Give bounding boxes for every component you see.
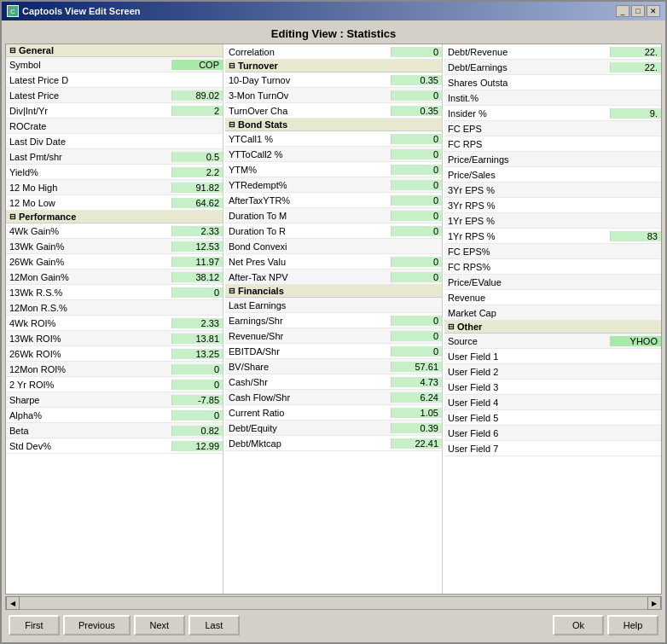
row-price-sales: Price/Sales xyxy=(444,167,661,183)
value-beta: 0.82 xyxy=(171,426,223,436)
scroll-track[interactable] xyxy=(20,597,647,609)
toggle-turnover[interactable]: ⊟ xyxy=(229,61,235,70)
label-3yr-rps: 3Yr RPS % xyxy=(444,200,610,211)
label-12mon-rs: 12Mon R.S.% xyxy=(6,303,171,313)
row-ytcall1: YTCall1 % 0 xyxy=(225,131,442,147)
label-26wk-gain: 26Wk Gain% xyxy=(6,257,171,267)
section-label-general: General xyxy=(19,45,54,55)
row-std-dev: Std Dev% 12.99 xyxy=(6,438,223,454)
toggle-general[interactable]: ⊟ xyxy=(9,46,16,55)
row-beta: Beta 0.82 xyxy=(6,423,223,438)
nav-buttons: First Previous Next Last xyxy=(9,615,240,635)
row-fc-eps-pct: FC EPS% xyxy=(444,244,661,259)
main-window: C Captools View Edit Screen _ □ ✕ Editin… xyxy=(0,0,667,644)
help-button[interactable]: Help xyxy=(607,615,658,635)
row-yield: Yield% 2.2 xyxy=(6,165,223,180)
row-divint-yr: Div|Int/Yr 2 xyxy=(6,103,223,119)
row-cashflow-shr: Cash Flow/Shr 6.24 xyxy=(225,390,442,405)
label-user-field-3: User Field 3 xyxy=(444,382,610,392)
close-button[interactable]: ✕ xyxy=(647,5,660,17)
row-4wk-roi: 4Wk ROI% 2.33 xyxy=(6,316,223,331)
row-after-tax-npv: After-Tax NPV 0 xyxy=(225,270,442,285)
row-4wk-gain: 4Wk Gain% 2.33 xyxy=(6,223,223,239)
value-alpha: 0 xyxy=(171,410,223,421)
value-debt-equity: 0.39 xyxy=(391,423,442,433)
row-aftertaxytr: AfterTaxYTR% 0 xyxy=(225,193,442,208)
scroll-right-button[interactable]: ▶ xyxy=(647,596,661,610)
column-1: ⊟ General Symbol COP Latest Price D Late… xyxy=(6,44,223,594)
row-12mo-low: 12 Mo Low 64.62 xyxy=(6,195,223,211)
label-3mon-turnov: 3-Mon TurnOv xyxy=(225,90,391,101)
label-13wk-gain: 13Wk Gain% xyxy=(6,241,171,252)
toggle-financials[interactable]: ⊟ xyxy=(229,287,235,295)
label-cash-shr: Cash/Shr xyxy=(225,377,391,387)
label-1yr-rps: 1Yr RPS % xyxy=(444,231,610,241)
label-debt-earnings: Debt/Earnings xyxy=(444,62,610,73)
row-user-field-1: User Field 1 xyxy=(444,349,661,364)
row-shares-outsta: Shares Outsta xyxy=(444,75,661,90)
previous-button[interactable]: Previous xyxy=(63,615,130,635)
row-revenue-shr: Revenue/Shr 0 xyxy=(225,328,442,344)
row-1yr-eps: 1Yr EPS % xyxy=(444,213,661,229)
row-ytm: YTM% 0 xyxy=(225,162,442,177)
row-3yr-eps: 3Yr EPS % xyxy=(444,183,661,198)
section-header-other: ⊟ Other xyxy=(444,321,661,334)
label-after-tax-npv: After-Tax NPV xyxy=(225,272,391,282)
label-turnover-cha: TurnOver Cha xyxy=(225,106,391,116)
row-current-ratio: Current Ratio 1.05 xyxy=(225,405,442,421)
label-debt-equity: Debt/Equity xyxy=(225,423,391,433)
value-12mo-low: 64.62 xyxy=(171,198,223,208)
row-duration-to-r: Duration To R 0 xyxy=(225,223,442,239)
row-cash-shr: Cash/Shr 4.73 xyxy=(225,374,442,390)
label-3yr-eps: 3Yr EPS % xyxy=(444,185,610,195)
row-debt-mktcap: Debt/Mktcap 22.41 xyxy=(225,436,442,451)
row-turnover-cha: TurnOver Cha 0.35 xyxy=(225,103,442,119)
value-ytm: 0 xyxy=(391,165,442,175)
ok-button[interactable]: Ok xyxy=(553,615,604,635)
label-ytredempt: YTRedempt% xyxy=(225,180,391,190)
section-header-performance: ⊟ Performance xyxy=(6,211,223,223)
section-label-performance: Performance xyxy=(19,212,76,222)
row-symbol: Symbol COP xyxy=(6,57,223,73)
next-button[interactable]: Next xyxy=(134,615,185,635)
row-user-field-4: User Field 4 xyxy=(444,395,661,410)
page-title: Editing View : Statistics xyxy=(5,24,662,44)
row-last-earnings: Last Earnings xyxy=(225,298,442,313)
action-buttons: Ok Help xyxy=(553,615,658,635)
label-cashflow-shr: Cash Flow/Shr xyxy=(225,392,391,403)
row-instit: Instit.% xyxy=(444,90,661,106)
label-earnings-shr: Earnings/Shr xyxy=(225,316,391,326)
horizontal-scrollbar[interactable]: ◀ ▶ xyxy=(5,596,662,610)
row-latest-price-d: Latest Price D xyxy=(6,73,223,88)
toggle-bondstats[interactable]: ⊟ xyxy=(229,120,235,129)
value-2yr-roi: 0 xyxy=(171,380,223,390)
minimize-button[interactable]: _ xyxy=(616,5,629,17)
label-12mon-roi: 12Mon ROI% xyxy=(6,364,171,374)
label-fc-eps-pct: FC EPS% xyxy=(444,247,610,257)
row-debt-earnings: Debt/Earnings 22. xyxy=(444,60,661,75)
value-last-pmt-shr: 0.5 xyxy=(171,152,223,162)
row-user-field-5: User Field 5 xyxy=(444,410,661,426)
row-insider: Insider % 9. xyxy=(444,106,661,121)
maximize-button[interactable]: □ xyxy=(631,5,645,17)
toggle-performance[interactable]: ⊟ xyxy=(9,212,16,221)
label-latest-price: Latest Price xyxy=(6,90,171,101)
first-button[interactable]: First xyxy=(9,615,60,635)
label-yttocall2: YTToCall2 % xyxy=(225,149,391,160)
label-revenue-shr: Revenue/Shr xyxy=(225,331,391,341)
content-area: Editing View : Statistics ⊟ General Symb… xyxy=(2,20,665,642)
last-button[interactable]: Last xyxy=(188,615,240,635)
value-correlation: 0 xyxy=(391,47,442,57)
value-cash-shr: 4.73 xyxy=(391,377,442,387)
row-revenue: Revenue xyxy=(444,290,661,305)
toggle-other[interactable]: ⊟ xyxy=(448,322,455,331)
value-current-ratio: 1.05 xyxy=(391,408,442,418)
section-header-turnover: ⊟ Turnover xyxy=(225,60,442,73)
value-3mon-turnov: 0 xyxy=(391,90,442,101)
label-duration-to-m: Duration To M xyxy=(225,211,391,221)
row-12mon-rs: 12Mon R.S.% xyxy=(6,300,223,316)
label-duration-to-r: Duration To R xyxy=(225,226,391,236)
app-icon: C xyxy=(7,5,19,17)
scroll-left-button[interactable]: ◀ xyxy=(6,596,20,610)
label-bv-share: BV/Share xyxy=(225,362,391,372)
